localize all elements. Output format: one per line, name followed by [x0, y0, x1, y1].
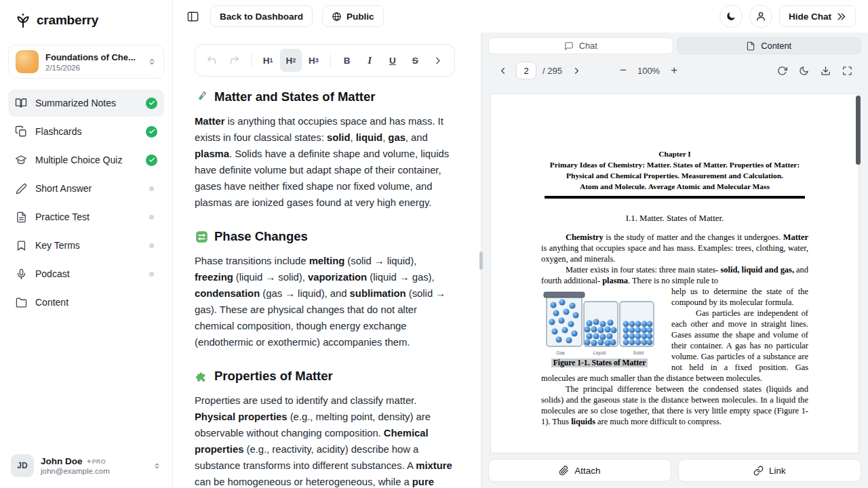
content-panel: Chat Content / 295 [481, 33, 868, 488]
figure-state-labels: Gas Liquid Solid [541, 350, 658, 355]
chevron-up-down-icon [153, 462, 161, 470]
sidebar-item-label: Key Terms [35, 240, 80, 251]
page-number-input[interactable] [516, 62, 536, 79]
note-paragraph[interactable]: Matter is anything that occupies space a… [195, 113, 455, 211]
tab-content[interactable]: Content [677, 37, 862, 54]
link-button[interactable]: Link [678, 459, 861, 482]
sidebar: cramberry Foundations of Che... 2/15/202… [0, 0, 173, 488]
note-paragraph[interactable]: Properties are used to identify and clas… [195, 392, 455, 488]
test-tube-icon [195, 90, 208, 104]
download-icon [821, 66, 831, 76]
refresh-button[interactable] [773, 62, 791, 79]
pdf-paragraph: Chemistry is the study of matter and the… [541, 232, 808, 264]
heading2-button[interactable]: H2 [280, 49, 302, 72]
course-name: Foundations of Che... [45, 52, 136, 62]
person-icon [755, 11, 766, 22]
theme-toggle-button[interactable] [719, 5, 743, 28]
pdf-chapter-title: Chapter I [541, 148, 808, 159]
zoom-level-label: 100% [637, 66, 660, 76]
sidebar-item-flashcards[interactable]: Flashcards [8, 118, 164, 145]
check-badge-icon [146, 155, 157, 166]
redo-button[interactable] [224, 49, 246, 72]
sidebar-item-short-answer[interactable]: Short Answer [8, 175, 164, 202]
zoom-out-button[interactable]: − [615, 62, 631, 79]
document-icon [746, 41, 755, 51]
undo-button[interactable] [201, 49, 223, 72]
heading1-button[interactable]: H1 [257, 49, 279, 72]
note-heading[interactable]: Matter and States of Matter [195, 89, 455, 104]
pane-resize-handle[interactable] [479, 251, 483, 270]
panel-left-icon [186, 10, 199, 23]
panel-actions: Attach Link [488, 459, 861, 482]
fullscreen-button[interactable] [838, 62, 856, 79]
undo-icon [206, 55, 217, 66]
back-to-dashboard-button[interactable]: Back to Dashboard [210, 5, 313, 27]
course-selector[interactable]: Foundations of Che... 2/15/2026 [8, 45, 164, 79]
sidebar-item-label: Flashcards [35, 126, 81, 137]
pane-divider [481, 33, 481, 488]
pdf-paragraph: The principal difference between the con… [541, 384, 808, 427]
attach-button[interactable]: Attach [488, 459, 671, 482]
sidebar-nav: Summarized Notes Flashcards Multiple Cho… [0, 89, 172, 316]
user-menu[interactable]: JD John Doe ✦PRO john@example.com [0, 447, 172, 479]
sidebar-toggle-button[interactable] [185, 9, 201, 24]
sidebar-item-label: Content [35, 297, 68, 308]
more-tools-button[interactable] [427, 49, 450, 72]
note-heading[interactable]: Properties of Matter [195, 369, 455, 384]
previous-page-button[interactable] [494, 62, 511, 79]
bookmark-icon [15, 239, 27, 251]
sidebar-item-multiple-choice-quiz[interactable]: Multiple Choice Quiz [8, 146, 164, 174]
toolbar-separator [251, 54, 252, 67]
folder-icon [15, 296, 27, 308]
hide-chat-button[interactable]: Hide Chat [779, 5, 856, 27]
bold-button[interactable]: B [336, 49, 358, 72]
sidebar-item-podcast[interactable]: Podcast [8, 260, 164, 287]
moon-icon [799, 66, 809, 76]
cramberry-sprout-icon [15, 12, 31, 28]
pdf-viewport[interactable]: Chapter I Primary Ideas of Chemistry: Ma… [488, 94, 861, 453]
sidebar-item-content[interactable]: Content [8, 289, 164, 316]
dark-mode-button[interactable] [795, 62, 812, 79]
download-button[interactable] [816, 62, 834, 79]
next-page-button[interactable] [568, 62, 586, 79]
public-button[interactable]: Public [322, 5, 384, 27]
main-area: Back to Dashboard Public Hide Chat [173, 0, 868, 488]
check-badge-icon [146, 126, 157, 138]
page-count-label: / 295 [542, 66, 562, 76]
check-badge-icon [146, 98, 157, 109]
tab-chat[interactable]: Chat [488, 37, 673, 54]
moon-icon [726, 11, 736, 22]
strikethrough-button[interactable]: S [404, 49, 427, 72]
sidebar-item-practice-test[interactable]: Practice Test [8, 203, 164, 230]
notes-document[interactable]: Matter and States of Matter Matter is an… [195, 89, 455, 488]
account-button[interactable] [749, 5, 772, 28]
toolbar-separator [330, 54, 331, 67]
heading3-button[interactable]: H3 [302, 49, 325, 72]
sidebar-item-label: Summarized Notes [35, 98, 116, 108]
figure-caption: Figure 1-1. States of Matter [541, 357, 658, 368]
globe-icon [332, 12, 342, 22]
pending-dot-icon [149, 272, 154, 277]
sidebar-item-summarized-notes[interactable]: Summarized Notes [8, 89, 164, 117]
pdf-title-rule [545, 196, 805, 199]
italic-button[interactable]: I [359, 49, 381, 72]
pdf-scrollbar-thumb[interactable] [856, 96, 861, 165]
chevron-left-icon [498, 66, 508, 76]
states-of-matter-figure: Gas Liquid Solid Figure 1-1. States of M… [541, 288, 658, 368]
note-heading[interactable]: Phase Changes [195, 229, 455, 244]
pending-dot-icon [149, 186, 154, 191]
note-paragraph[interactable]: Phase transitions include melting (solid… [195, 253, 455, 350]
microphone-icon [15, 268, 27, 280]
pdf-page: Chapter I Primary Ideas of Chemistry: Ma… [491, 94, 859, 453]
puzzle-piece-icon [195, 369, 208, 383]
app-title: cramberry [37, 13, 98, 28]
zoom-in-button[interactable]: + [666, 62, 682, 79]
notes-editor-pane: H1 H2 H3 B I U S Matter and States of Ma… [173, 33, 481, 488]
sidebar-item-key-terms[interactable]: Key Terms [8, 232, 164, 259]
pdf-paragraph: Matter exists in four states: three main… [541, 264, 808, 286]
pdf-title-line: Primary Ideas of Chemistry: Matter. Stat… [541, 159, 808, 170]
pro-badge: ✦PRO [87, 458, 106, 465]
pending-dot-icon [149, 215, 154, 220]
underline-button[interactable]: U [382, 49, 404, 72]
redo-icon [229, 55, 240, 66]
